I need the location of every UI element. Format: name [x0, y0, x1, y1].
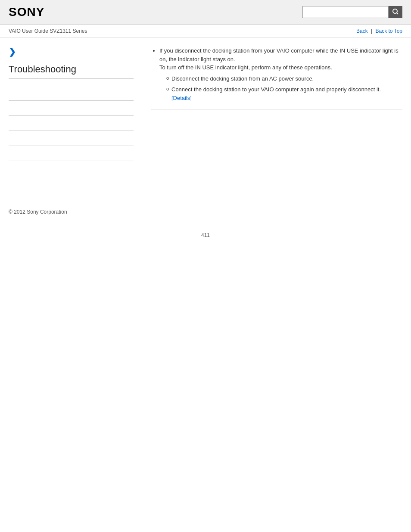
sidebar-nav-link-1[interactable] — [9, 90, 134, 96]
search-container — [302, 6, 402, 18]
search-input[interactable] — [302, 6, 389, 18]
sidebar-nav-link-6[interactable] — [9, 165, 134, 171]
list-item — [9, 176, 134, 191]
nav-separator: | — [371, 28, 372, 34]
content-list: If you disconnect the docking station fr… — [151, 47, 402, 102]
sidebar-nav-link-4[interactable] — [9, 135, 134, 141]
nav-links: Back | Back to Top — [356, 28, 402, 34]
copyright-text: © 2012 Sony Corporation — [9, 209, 67, 215]
turn-off-text: To turn off the IN USE indicator light, … — [159, 63, 402, 72]
sidebar-nav-link-3[interactable] — [9, 120, 134, 126]
search-button[interactable] — [389, 6, 402, 18]
breadcrumb-bar: VAIO User Guide SVZ1311 Series Back | Ba… — [0, 25, 411, 38]
sidebar-nav-link-7[interactable] — [9, 180, 134, 187]
list-item — [9, 116, 134, 131]
sidebar-nav — [9, 86, 134, 191]
list-item — [9, 146, 134, 161]
details-link[interactable]: [Details] — [171, 95, 192, 101]
list-item: Disconnect the docking station from an A… — [166, 75, 402, 83]
main-content: ❯ Troubleshooting — [0, 38, 411, 200]
list-item — [9, 86, 134, 101]
sidebar-nav-link-5[interactable] — [9, 150, 134, 156]
list-item: If you disconnect the docking station fr… — [159, 47, 402, 102]
sub-item-1-text: Disconnect the docking station from an A… — [171, 75, 314, 82]
sidebar-nav-link-2[interactable] — [9, 105, 134, 111]
content-section: If you disconnect the docking station fr… — [151, 47, 402, 109]
sub-list: Disconnect the docking station from an A… — [159, 75, 402, 103]
bullet-intro-text: If you disconnect the docking station fr… — [159, 47, 399, 62]
list-item: Connect the docking station to your VAIO… — [166, 85, 402, 102]
sidebar-title: Troubleshooting — [9, 64, 134, 79]
list-item — [9, 131, 134, 146]
back-link[interactable]: Back — [356, 28, 368, 34]
sidebar: ❯ Troubleshooting — [9, 47, 142, 191]
sony-logo: SONY — [9, 5, 44, 19]
chevron-icon: ❯ — [9, 47, 134, 57]
search-icon — [392, 8, 399, 16]
sub-item-2-text: Connect the docking station to your VAIO… — [171, 86, 381, 93]
breadcrumb: VAIO User Guide SVZ1311 Series — [9, 28, 87, 34]
page-number: 411 — [0, 232, 411, 247]
header: SONY — [0, 0, 411, 25]
back-to-top-link[interactable]: Back to Top — [376, 28, 402, 34]
svg-line-1 — [397, 12, 399, 14]
content-area: If you disconnect the docking station fr… — [142, 47, 402, 191]
list-item — [9, 161, 134, 176]
list-item — [9, 101, 134, 116]
footer: © 2012 Sony Corporation — [0, 200, 411, 215]
content-divider — [151, 109, 402, 109]
